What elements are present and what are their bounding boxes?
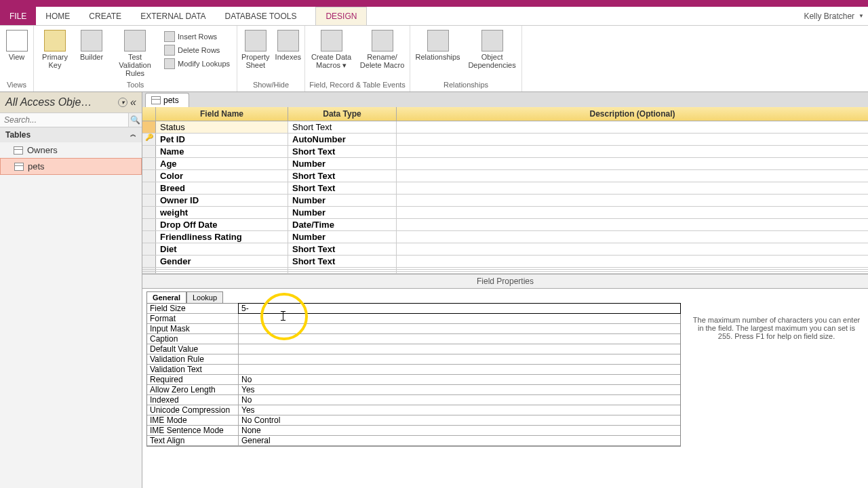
description-cell[interactable] (397, 170, 868, 182)
relationships-button[interactable]: Relationships (414, 30, 461, 61)
data-type-cell[interactable]: Number (288, 158, 397, 169)
data-type-cell[interactable]: Short Text (288, 256, 397, 267)
property-row[interactable]: IME ModeNo Control (147, 415, 680, 426)
field-name-cell[interactable] (156, 268, 288, 269)
indexes-button[interactable]: Indexes (275, 30, 302, 61)
field-name-cell[interactable]: Color (156, 170, 288, 182)
description-cell[interactable] (397, 158, 868, 169)
property-row[interactable]: Validation Rule (147, 354, 680, 365)
property-row[interactable]: Allow Zero LengthYes (147, 385, 680, 395)
insert-rows-button[interactable]: Insert Rows (164, 31, 230, 42)
description-cell[interactable] (397, 219, 868, 230)
property-value[interactable]: No (239, 395, 680, 405)
field-row[interactable]: StatusShort Text (142, 121, 868, 134)
field-row[interactable]: ColorShort Text (142, 170, 868, 182)
row-selector[interactable] (142, 256, 156, 267)
description-cell[interactable] (397, 270, 868, 271)
field-name-cell[interactable]: Gender (156, 256, 288, 267)
data-type-cell[interactable]: AutoNumber (288, 134, 397, 145)
nav-pane-header[interactable]: All Access Obje… ▾ « (0, 92, 142, 113)
field-row[interactable]: Pet IDAutoNumber (142, 134, 868, 146)
property-value[interactable] (239, 324, 680, 333)
data-type-cell[interactable]: Short Text (288, 170, 397, 182)
field-row[interactable]: DietShort Text (142, 243, 868, 256)
description-cell[interactable] (397, 268, 868, 269)
create-data-macros-button[interactable]: Create Data Macros ▾ (309, 30, 353, 69)
row-selector[interactable] (142, 134, 156, 145)
property-value[interactable] (239, 344, 680, 354)
data-type-cell[interactable]: Short Text (288, 121, 397, 133)
field-name-cell[interactable]: weight (156, 207, 288, 218)
description-cell[interactable] (397, 121, 868, 133)
property-value[interactable]: None (239, 426, 680, 435)
field-name-cell[interactable]: Age (156, 158, 288, 169)
data-type-cell[interactable] (288, 272, 397, 273)
primary-key-button[interactable]: Primary Key (38, 30, 72, 69)
property-value[interactable] (239, 365, 680, 374)
row-selector[interactable] (142, 270, 156, 271)
row-selector[interactable] (142, 207, 156, 218)
row-selector[interactable] (142, 170, 156, 182)
select-all-cell[interactable] (142, 107, 156, 121)
tab-lookup[interactable]: Lookup (186, 291, 223, 304)
tab-home[interactable]: HOME (36, 7, 79, 25)
data-type-cell[interactable]: Short Text (288, 243, 397, 255)
nav-item-owners[interactable]: Owners (0, 142, 142, 158)
description-cell[interactable] (397, 256, 868, 267)
data-type-cell[interactable]: Number (288, 207, 397, 218)
builder-button[interactable]: Builder (77, 30, 106, 61)
field-name-cell[interactable]: Breed (156, 182, 288, 194)
property-value[interactable]: Yes (239, 405, 680, 415)
field-row[interactable]: Owner IDNumber (142, 195, 868, 207)
property-value[interactable]: General (239, 436, 680, 445)
user-name[interactable]: Kelly Bratcher▼ (804, 7, 864, 25)
description-cell[interactable] (397, 182, 868, 194)
row-selector[interactable] (142, 243, 156, 255)
property-row[interactable]: RequiredNo (147, 375, 680, 385)
property-value[interactable] (239, 314, 680, 323)
data-type-cell[interactable]: Number (288, 231, 397, 243)
delete-rows-button[interactable]: Delete Rows (164, 45, 230, 56)
data-type-cell[interactable]: Short Text (288, 146, 397, 157)
tab-database-tools[interactable]: DATABASE TOOLS (216, 7, 307, 25)
property-row[interactable]: Caption (147, 334, 680, 344)
row-selector[interactable] (142, 158, 156, 169)
description-cell[interactable] (397, 146, 868, 157)
property-row[interactable]: Default Value (147, 344, 680, 354)
field-name-cell[interactable]: Owner ID (156, 195, 288, 206)
row-selector[interactable] (142, 272, 156, 273)
tab-general[interactable]: General (146, 291, 186, 304)
field-row[interactable]: weightNumber (142, 207, 868, 219)
property-value[interactable] (239, 334, 680, 344)
tab-design[interactable]: DESIGN (315, 7, 367, 25)
property-row[interactable]: Field Size5- (147, 304, 680, 314)
data-type-cell[interactable] (288, 268, 397, 269)
property-value[interactable]: No Control (239, 415, 680, 425)
property-value[interactable]: Yes (239, 385, 680, 394)
tab-external-data[interactable]: EXTERNAL DATA (131, 7, 215, 25)
collapse-nav-icon[interactable]: « (130, 96, 136, 108)
field-name-cell[interactable]: Drop Off Date (156, 219, 288, 230)
row-selector[interactable] (142, 219, 156, 230)
property-row[interactable]: Unicode CompressionYes (147, 405, 680, 415)
column-description[interactable]: Description (Optional) (397, 107, 868, 121)
row-selector[interactable] (142, 121, 156, 133)
search-input[interactable] (0, 113, 128, 127)
row-selector[interactable] (142, 231, 156, 243)
description-cell[interactable] (397, 243, 868, 255)
property-row[interactable]: IndexedNo (147, 395, 680, 405)
field-name-cell[interactable]: Pet ID (156, 134, 288, 145)
field-row[interactable]: Friendliness RatingNumber (142, 231, 868, 243)
field-name-cell[interactable]: Diet (156, 243, 288, 255)
data-type-cell[interactable]: Date/Time (288, 219, 397, 230)
field-name-cell[interactable]: Friendliness Rating (156, 231, 288, 243)
tab-create[interactable]: CREATE (79, 7, 131, 25)
field-row[interactable]: NameShort Text (142, 146, 868, 158)
doc-tab-pets[interactable]: pets (145, 93, 189, 107)
property-row[interactable]: Input Mask (147, 324, 680, 334)
description-cell[interactable] (397, 195, 868, 206)
data-type-cell[interactable] (288, 270, 397, 271)
row-selector[interactable] (142, 195, 156, 206)
description-cell[interactable] (397, 207, 868, 218)
description-cell[interactable] (397, 231, 868, 243)
